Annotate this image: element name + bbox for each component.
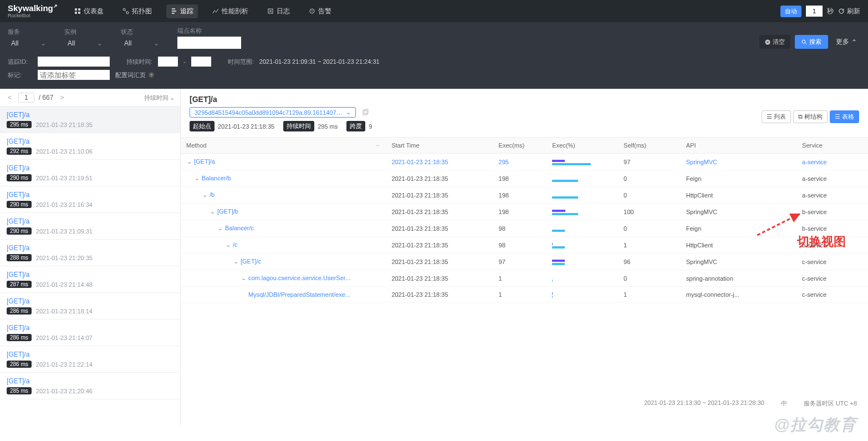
duration-sep: - [183,58,186,65]
trace-item[interactable]: [GET]/a286 ms2021-01-23 21:18:14 [0,293,180,320]
instance-label: 实例 [64,28,109,36]
endpoint-input[interactable] [177,37,241,49]
duration-label: 持续时间: [126,58,152,66]
span-exec: 98 [493,237,547,254]
table-row[interactable]: ⌄[GET]/c2021-01-23 21:18:359796SpringMVC… [181,254,868,270]
span-api: HttpClient [681,187,796,204]
interval-input[interactable] [806,6,823,17]
table-row[interactable]: ⌄/c2021-01-23 21:18:35981HttpClientb-ser… [181,237,868,254]
nav-alarm[interactable]: 告警 [304,4,336,18]
trace-duration-badge: 286 ms [7,334,32,341]
table-row[interactable]: ⌄Balancer/c2021-01-23 21:18:35980Feignb-… [181,220,868,237]
view-table[interactable]: ☰表格 [830,110,859,123]
service-select[interactable]: All⌄ [8,38,52,49]
svg-line-6 [125,10,127,12]
pager-prev[interactable]: < [6,94,14,102]
log-icon [267,8,274,14]
table-row[interactable]: ⌄[GET]/b2021-01-23 21:18:35198100SpringM… [181,204,868,220]
chevron-down-icon[interactable]: ⌄ [217,225,223,232]
table-row[interactable]: ⌄Balancer/b2021-01-23 21:18:351980Feigna… [181,170,868,187]
trace-id-select[interactable]: 3295d84515494c05a0dd891094c7129a.89.1611… [190,107,356,118]
table-row[interactable]: ⌄/b2021-01-23 21:18:351980HttpClienta-se… [181,187,868,204]
nav-trace[interactable]: 追踪 [166,4,198,18]
chevron-down-icon[interactable]: ⌄ [202,191,207,199]
col-selfms[interactable]: Self(ms) [618,138,681,154]
nav-log[interactable]: 日志 [263,4,294,18]
copy-icon[interactable] [361,109,369,116]
span-self: 0 [618,187,681,204]
nav-topology[interactable]: 拓扑图 [118,4,156,18]
search-button[interactable]: 搜索 [795,35,828,49]
col-start[interactable]: Start Time [386,138,493,154]
span-self: 1 [618,287,681,303]
trace-item[interactable]: [GET]/a288 ms2021-01-23 21:20:35 [0,240,180,266]
table-row[interactable]: ⌄[GET]/a2021-01-23 21:18:3529597SpringMV… [181,154,868,170]
traceid-input[interactable] [38,57,110,67]
footer-range: 2021-01-23 21:13:30 ~ 2021-01-23 21:28:3… [644,399,764,408]
chevron-down-icon[interactable]: ⌄ [225,241,231,249]
pager-next[interactable]: > [58,94,66,102]
trace-item[interactable]: [GET]/a287 ms2021-01-23 21:14:48 [0,266,180,293]
trace-item[interactable]: [GET]/a292 ms2021-01-23 21:10:06 [0,133,180,160]
col-service[interactable]: Service [796,138,868,154]
more-toggle[interactable]: 更多 ⌃ [833,37,860,47]
nav-dashboard[interactable]: 仪表盘 [70,4,108,18]
chevron-down-icon[interactable]: ⌄ [186,158,192,165]
trace-item[interactable]: [GET]/a290 ms2021-01-23 21:19:51 [0,160,180,186]
view-list[interactable]: ☰列表 [762,110,791,123]
search-icon [801,39,807,45]
table-row[interactable]: Mysql/JDBI/PreparedStatement/exe...2021-… [181,287,868,303]
span-chip: 跨度 [346,121,365,131]
nav-profile[interactable]: 性能剖析 [208,4,253,18]
col-execpct[interactable]: Exec(%) [547,138,618,154]
chevron-down-icon: ⌄ [154,39,159,47]
table-row[interactable]: ⌄com.lagou.cservice.service.UserSer...20… [181,270,868,287]
trace-item[interactable]: [GET]/a286 ms2021-01-23 21:14:07 [0,320,180,346]
span-service: a-service [796,154,868,170]
trace-duration-badge: 290 ms [7,227,32,235]
status-select[interactable]: All⌄ [121,38,165,49]
trace-item-title: [GET]/a [7,164,173,172]
col-api[interactable]: API [681,138,796,154]
sort-select[interactable]: 持续时间 ⌄ [144,94,175,102]
nav-items: 仪表盘 拓扑图 追踪 性能剖析 日志 告警 [70,4,336,18]
refresh-button[interactable]: 刷新 [838,7,860,16]
span-api: spring-annotation [681,270,796,287]
svg-line-14 [805,43,807,44]
span-service: b-service [796,204,868,220]
view-tree[interactable]: ⧉树结构 [793,110,828,123]
refresh-icon [838,8,845,14]
config-vocab-link[interactable]: 配置词汇页 ? [115,71,155,79]
instance-select[interactable]: All⌄ [64,38,109,49]
span-exec-bar [547,287,618,303]
span-service: b-service [796,237,868,254]
trace-item[interactable]: [GET]/a290 ms2021-01-23 21:16:34 [0,186,180,213]
span-start: 2021-01-23 21:18:35 [386,254,493,270]
trace-item[interactable]: [GET]/a286 ms2021-01-23 21:22:14 [0,346,180,373]
footer-lang[interactable]: 中 [781,399,787,408]
span-exec: 98 [493,220,547,237]
chevron-down-icon[interactable]: ⌄ [241,275,246,282]
auto-button[interactable]: 自动 [780,6,801,17]
svg-text:?: ? [150,73,153,78]
trace-duration-badge: 287 ms [7,281,32,288]
tag-input[interactable] [38,70,110,80]
span-exec-bar [547,270,618,287]
chevron-down-icon[interactable]: ⌄ [210,208,215,215]
trace-item[interactable]: [GET]/a285 ms2021-01-23 21:20:46 [0,373,180,399]
clear-button[interactable]: 清空 [759,35,790,49]
col-execms[interactable]: Exec(ms) [493,138,547,154]
span-start: 2021-01-23 21:18:35 [386,287,493,303]
trace-item[interactable]: [GET]/a290 ms2021-01-23 21:09:31 [0,213,180,240]
span-start: 2021-01-23 21:18:35 [386,220,493,237]
span-api: Feign [681,220,796,237]
trace-item-title: [GET]/a [7,351,173,358]
chevron-down-icon[interactable]: ⌄ [233,258,238,265]
resize-icon[interactable]: ↔ [375,142,380,148]
duration-max-input[interactable] [191,57,211,67]
col-method[interactable]: Method↔ [181,138,386,154]
duration-min-input[interactable] [158,57,178,67]
span-method: /c [233,241,238,248]
chevron-down-icon[interactable]: ⌄ [194,175,200,182]
trace-item[interactable]: [GET]/a295 ms2021-01-23 21:18:35 [0,107,180,133]
